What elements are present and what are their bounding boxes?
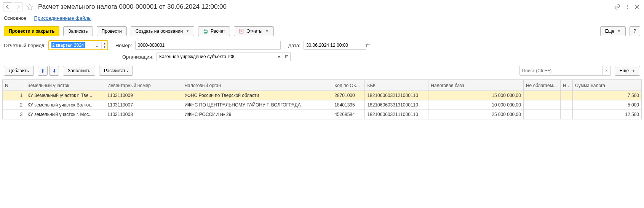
page-title: Расчет земельного налога 0000-000001 от … <box>38 3 612 11</box>
calc-button[interactable]: Расчет <box>198 26 230 36</box>
number-input[interactable] <box>136 41 280 49</box>
cell-n: 2 <box>3 100 25 110</box>
cell-tax-office: УФНС России по Тверской области <box>182 91 332 100</box>
cell-exempt <box>523 110 560 119</box>
move-down-button[interactable]: ⬇ <box>49 66 59 76</box>
cell-rate <box>560 100 572 110</box>
org-open-button[interactable] <box>283 52 290 61</box>
th-base[interactable]: Налоговая база <box>428 80 524 91</box>
svg-point-1 <box>627 6 628 7</box>
tab-bar: Основное Присоединенные файлы <box>0 14 644 24</box>
printer-icon <box>203 29 208 34</box>
chevron-down-icon: ▼ <box>186 29 189 33</box>
cell-base: 15 000 000,00 <box>428 91 524 100</box>
cell-oktmo: 45268584 <box>332 110 365 119</box>
cell-tax-office: ИФНС ПО ЦЕНТРАЛЬНОМУ РАЙОНУ Г. ВОЛГОГРАД… <box>182 100 332 110</box>
nav-back-button[interactable] <box>3 2 12 11</box>
more-label: Еще <box>605 29 614 34</box>
recalc-button[interactable]: Рассчитать <box>99 66 133 76</box>
th-n[interactable]: N <box>3 80 25 91</box>
create-based-label: Создать на основании <box>136 29 183 34</box>
th-sum[interactable]: Сумма налога <box>573 80 642 91</box>
cell-n: 3 <box>3 110 25 119</box>
table-more-button[interactable]: Еще ▼ <box>615 66 640 76</box>
reports-button[interactable]: Отчеты ▼ <box>234 26 273 36</box>
close-icon[interactable] <box>633 3 641 11</box>
period-spinner[interactable]: ▲▼ <box>101 42 107 49</box>
th-exempt[interactable]: Не облагаем... <box>523 80 560 91</box>
number-input-group <box>135 41 281 50</box>
table-row[interactable]: 3КУ земельный участок г. Мос...110311000… <box>3 110 642 119</box>
fill-button[interactable]: Заполнить <box>63 66 95 76</box>
link-icon[interactable] <box>614 3 621 11</box>
th-land[interactable]: Земельный участок <box>25 80 105 91</box>
chevron-down-icon: ▼ <box>265 29 269 33</box>
table-row[interactable]: 2КУ земельный участок Волгог...110311000… <box>3 100 642 110</box>
th-inv[interactable]: Инвентарный номер <box>105 80 182 91</box>
th-rate[interactable]: Нал <box>560 80 572 91</box>
date-input-group <box>304 41 366 50</box>
chevron-down-icon: ▼ <box>617 29 621 33</box>
search-clear-button[interactable]: × <box>602 66 610 75</box>
org-dropdown-button[interactable]: ▼ <box>275 52 283 61</box>
org-input-group: ▼ <box>157 52 291 61</box>
search-input[interactable] <box>520 66 602 75</box>
search-input-group: × <box>519 66 611 76</box>
post-button[interactable]: Провести <box>97 26 127 36</box>
cell-sum: 5 000 <box>573 100 642 110</box>
period-input-group: 2 квартал 2024 … ▲▼ <box>49 41 108 50</box>
cell-sum: 7 500 <box>573 91 642 100</box>
svg-rect-4 <box>366 44 370 47</box>
table-row[interactable]: 1КУ Земельный участок г. Тве...110311000… <box>3 91 642 100</box>
create-based-button[interactable]: Создать на основании ▼ <box>131 26 194 36</box>
th-oktmo[interactable]: Код по ОК... <box>332 80 365 91</box>
data-table: N Земельный участок Инвентарный номер На… <box>2 80 642 119</box>
date-input[interactable] <box>304 41 366 49</box>
org-input[interactable] <box>157 52 275 61</box>
org-label: Организация: <box>122 54 153 60</box>
cell-inv: 1103110007 <box>105 100 182 110</box>
cell-exempt <box>523 91 560 100</box>
period-label: Отчетный период: <box>4 43 46 48</box>
number-label: Номер: <box>115 43 132 48</box>
save-button[interactable]: Записать <box>63 26 93 36</box>
cell-oktmo: 28701000 <box>332 91 365 100</box>
cell-tax-office: ИФНС РОССИИ № 29 <box>182 110 332 119</box>
favorite-star-icon[interactable] <box>26 3 34 11</box>
cell-exempt <box>523 100 560 110</box>
svg-point-2 <box>627 8 628 9</box>
cell-kbk: 18210606032111000110 <box>365 110 428 119</box>
cell-inv: 1103110008 <box>105 110 182 119</box>
th-tax-office[interactable]: Налоговый орган <box>182 80 332 91</box>
save-close-button[interactable]: Провести и закрыть <box>4 26 59 36</box>
period-value: 2 квартал 2024 <box>51 42 85 48</box>
cell-land: КУ земельный участок г. Мос... <box>25 110 105 119</box>
cell-sum: 12 500 <box>573 110 642 119</box>
calendar-icon[interactable] <box>366 41 371 49</box>
more-button[interactable]: Еще ▼ <box>600 26 626 36</box>
cell-rate <box>560 91 572 100</box>
nav-forward-button[interactable] <box>14 2 23 11</box>
cell-inv: 1103110009 <box>105 91 182 100</box>
chevron-down-icon: ▼ <box>632 69 635 73</box>
cell-kbk: 18210606033131000110 <box>365 100 428 110</box>
kebab-menu-icon[interactable] <box>623 3 631 11</box>
period-picker-button[interactable]: … <box>94 43 101 48</box>
cell-land: КУ земельный участок Волгог... <box>25 100 105 110</box>
add-button[interactable]: Добавить <box>4 66 34 76</box>
period-input[interactable]: 2 квартал 2024 <box>49 42 94 48</box>
tab-main[interactable]: Основное <box>4 15 27 21</box>
cell-kbk: 18210606032121000110 <box>365 91 428 100</box>
help-button[interactable]: ? <box>630 26 640 36</box>
move-up-button[interactable]: ⬆ <box>38 66 48 76</box>
svg-point-0 <box>627 5 628 6</box>
cell-rate <box>560 110 572 119</box>
tab-files[interactable]: Присоединенные файлы <box>34 15 92 21</box>
cell-n: 1 <box>3 91 25 100</box>
report-icon <box>239 29 244 34</box>
cell-base: 25 000 000,00 <box>428 110 524 119</box>
cell-base: 10 000 000,00 <box>428 100 524 110</box>
th-kbk[interactable]: КБК <box>365 80 428 91</box>
calc-label: Расчет <box>211 29 225 34</box>
date-label: Дата: <box>288 43 300 48</box>
